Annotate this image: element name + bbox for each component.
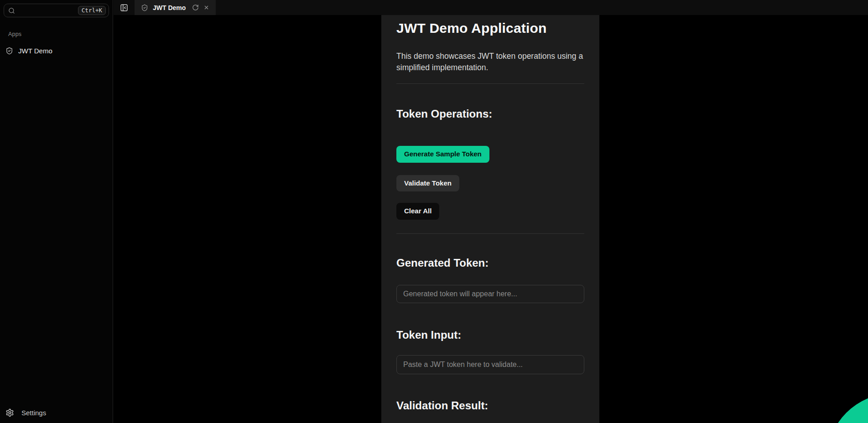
sidebar-section-label: Apps xyxy=(8,31,21,37)
app-panel: JWT Demo Application This demo showcases… xyxy=(381,15,599,423)
search-box[interactable]: Ctrl+K xyxy=(4,4,109,17)
sidebar-item-jwt-demo[interactable]: JWT Demo xyxy=(0,44,113,57)
generated-token-heading: Generated Token: xyxy=(396,257,584,269)
clear-all-button[interactable]: Clear All xyxy=(396,203,439,220)
sidebar: Ctrl+K Apps JWT Demo Settings xyxy=(0,0,113,423)
tab-bar: JWT Demo xyxy=(114,0,868,15)
panel-left-close-icon xyxy=(120,4,128,12)
divider xyxy=(396,83,584,84)
validate-token-button[interactable]: Validate Token xyxy=(396,175,459,192)
shield-check-icon xyxy=(5,47,13,55)
token-input-field[interactable] xyxy=(396,355,584,374)
sidebar-settings[interactable]: Settings xyxy=(5,407,46,418)
refresh-icon[interactable] xyxy=(192,4,199,11)
gear-icon xyxy=(5,408,14,417)
settings-label: Settings xyxy=(21,409,46,417)
search-input[interactable] xyxy=(19,7,74,14)
collapse-sidebar-button[interactable] xyxy=(114,0,135,15)
sidebar-item-label: JWT Demo xyxy=(18,47,52,55)
search-icon xyxy=(8,7,15,14)
validation-result-heading: Validation Result: xyxy=(396,399,584,412)
token-input-heading: Token Input: xyxy=(396,329,584,341)
close-icon[interactable] xyxy=(203,5,209,10)
divider xyxy=(396,233,584,234)
page-description: This demo showcases JWT token operations… xyxy=(396,51,584,73)
app-window: Ctrl+K Apps JWT Demo Settings JWT xyxy=(0,0,868,423)
tab-label: JWT Demo xyxy=(153,4,187,11)
search-shortcut-badge: Ctrl+K xyxy=(78,6,106,15)
generated-token-field[interactable] xyxy=(396,285,584,303)
token-operations-heading: Token Operations: xyxy=(396,108,584,120)
page-title: JWT Demo Application xyxy=(396,21,584,36)
shield-check-icon xyxy=(141,4,148,11)
generate-sample-token-button[interactable]: Generate Sample Token xyxy=(396,146,489,163)
tab-jwt-demo[interactable]: JWT Demo xyxy=(135,0,216,15)
